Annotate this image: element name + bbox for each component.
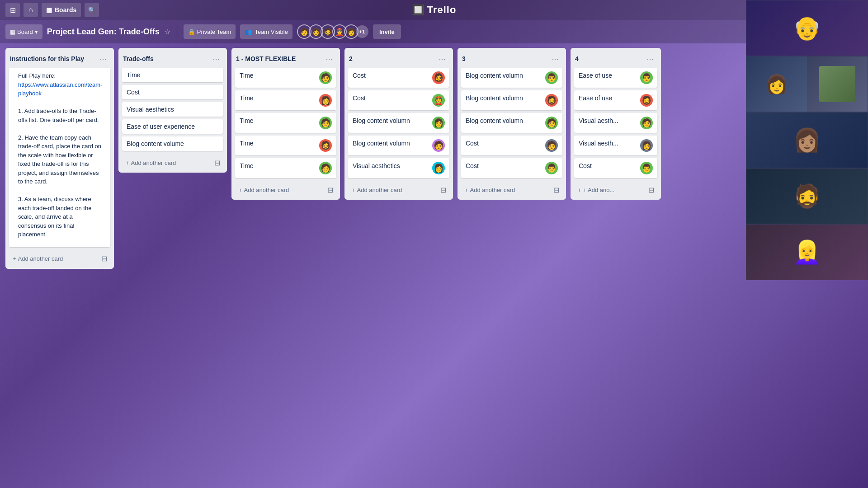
video-cell-5: 👱‍♀️ (746, 224, 868, 280)
card-col1-2[interactable]: Time 👩 (235, 90, 336, 110)
card-col3-4-avatar: 🧑 (545, 139, 558, 152)
trade-off-time[interactable]: Time ✏ (122, 68, 223, 82)
add-card-button-col1[interactable]: + Add another card (235, 184, 322, 196)
column-3-cards: Blog content volumn 👨 Blog content volum… (458, 68, 566, 181)
card-col3-2-text: Blog content volumn (466, 94, 542, 103)
private-team-button[interactable]: 🔒 Private Team (184, 24, 236, 39)
add-card-label-col4: + Add ano... (583, 187, 615, 193)
video-cell-4: 🧔 (746, 168, 868, 224)
boards-button[interactable]: ▦ Boards (42, 3, 81, 17)
card-col2-3-avatar: 👩 (432, 117, 445, 129)
plus-icon: + (13, 255, 16, 262)
column-tradeoffs-menu[interactable]: ··· (210, 52, 222, 65)
card-template-button-col4[interactable]: ⊟ (645, 183, 657, 196)
card-col3-2[interactable]: Blog content volumn 🧔 (461, 90, 562, 110)
card-col3-2-avatar: 🧔 (545, 94, 558, 107)
boards-label: Boards (55, 6, 76, 14)
card-col2-5[interactable]: Visual aesthetics 👩 (348, 158, 449, 178)
card-col2-2-avatar: 👲 (432, 94, 445, 107)
card-col4-1-text: Ease of use (579, 71, 637, 80)
trade-off-cost[interactable]: Cost (122, 85, 223, 99)
video-cell-3: 👩🏽 (746, 112, 868, 168)
card-col4-4[interactable]: Visual aesth... 👩 (574, 136, 657, 155)
column-3-menu[interactable]: ··· (549, 52, 561, 65)
column-most-flexible-footer: + Add another card ⊟ (231, 181, 340, 200)
participant-1-video: 👴 (746, 0, 868, 56)
card-template-button-col3[interactable]: ⊟ (550, 183, 562, 196)
card-col4-1[interactable]: Ease of use 👨 (574, 68, 657, 88)
add-card-label-col3: Add another card (470, 187, 515, 193)
card-col1-4-avatar: 🧔 (319, 139, 332, 152)
boards-icon: ▦ (46, 6, 52, 14)
card-col3-3[interactable]: Blog content volumn 🧑 (461, 113, 562, 133)
add-card-button-tradeoffs[interactable]: + Add another card (122, 157, 209, 169)
card-col3-4[interactable]: Cost 🧑 (461, 136, 562, 155)
trade-off-blog[interactable]: Blog content volume (122, 136, 223, 151)
card-template-button-tradeoffs[interactable]: ⊟ (211, 156, 223, 169)
private-team-label: Private Team (197, 28, 231, 35)
home-button[interactable]: ⌂ (24, 3, 38, 17)
column-tradeoffs-header: Trade-offs ··· (118, 48, 227, 68)
card-col1-4-text: Time (240, 139, 316, 148)
column-instructions-menu[interactable]: ··· (97, 52, 109, 65)
card-col1-4[interactable]: Time 🧔 (235, 136, 336, 155)
divider (177, 26, 177, 37)
card-col4-5[interactable]: Cost 👨 (574, 158, 657, 178)
column-instructions-cards: Full Play here: https://www.atlassian.co… (5, 68, 114, 250)
trade-off-time-text: Time (127, 71, 141, 79)
video-cell-1: 👴 (746, 0, 868, 56)
column-instructions-footer: + Add another card ⊟ (5, 250, 114, 269)
plus-count: +1 (356, 25, 368, 38)
card-col1-3-text: Time (240, 117, 316, 126)
card-template-button-col2[interactable]: ⊟ (437, 183, 449, 196)
column-4-header: 4 ··· (571, 48, 661, 68)
card-col3-4-text: Cost (466, 139, 542, 148)
card-col3-5[interactable]: Cost 👨 (461, 158, 562, 178)
card-col3-1[interactable]: Blog content volumn 👨 (461, 68, 562, 88)
column-2-menu[interactable]: ··· (436, 52, 448, 65)
card-col4-2-avatar: 🧔 (640, 94, 653, 107)
column-2-cards: Cost 🧔 Cost 👲 Blog content volumn 👩 Blog… (344, 68, 453, 181)
card-col2-1[interactable]: Cost 🧔 (348, 68, 449, 88)
column-4-menu[interactable]: ··· (644, 52, 656, 65)
chevron-down-icon: ▾ (35, 28, 38, 35)
star-button[interactable]: ☆ (164, 28, 170, 36)
grid-button[interactable]: ⊞ (5, 3, 20, 17)
card-col1-5[interactable]: Time 🧑 (235, 158, 336, 178)
trello-logo-icon: 🔲 (412, 4, 425, 16)
card-col1-1-text: Time (240, 71, 316, 80)
add-card-button-col2[interactable]: + Add another card (348, 184, 435, 196)
invite-button[interactable]: Invite (373, 24, 401, 39)
board-view-label: Board (17, 28, 33, 35)
search-button[interactable]: 🔍 (85, 3, 99, 17)
card-col1-3[interactable]: Time 🧑 (235, 113, 336, 133)
card-col2-2[interactable]: Cost 👲 (348, 90, 449, 110)
video-panel: 👴 👩 👩🏽 🧔 👱‍♀️ (746, 0, 868, 280)
card-col4-4-avatar: 👩 (640, 139, 653, 152)
card-template-button-instructions[interactable]: ⊟ (98, 253, 110, 265)
instructions-card[interactable]: Full Play here: https://www.atlassian.co… (9, 68, 110, 247)
card-col1-1[interactable]: Time 🧑 (235, 68, 336, 88)
add-card-button-col4[interactable]: + + Add ano... (574, 184, 643, 196)
column-3: 3 ··· Blog content volumn 👨 Blog content… (458, 48, 566, 200)
card-col1-2-text: Time (240, 94, 316, 103)
plus-icon-2: + (126, 160, 129, 166)
card-col4-2-text: Ease of use (579, 94, 637, 103)
card-col2-4[interactable]: Blog content volumn 🧑 (348, 136, 449, 155)
trade-off-visual[interactable]: Visual aesthetics (122, 102, 223, 117)
team-visible-button[interactable]: 👥 Team Visible (240, 24, 292, 39)
card-col4-3[interactable]: Visual aesth... 🧑 (574, 113, 657, 133)
column-4-cards: Ease of use 👨 Ease of use 🧔 Visual aesth… (571, 68, 661, 181)
add-card-button-instructions[interactable]: + Add another card (9, 253, 96, 265)
column-most-flexible-menu[interactable]: ··· (323, 52, 335, 65)
invite-label: Invite (379, 28, 395, 35)
trade-off-ease[interactable]: Ease of user experience (122, 119, 223, 134)
board-view-button[interactable]: ▦ Board ▾ (5, 24, 42, 39)
add-card-button-col3[interactable]: + Add another card (461, 184, 548, 196)
card-template-button-col1[interactable]: ⊟ (324, 183, 336, 196)
column-2: 2 ··· Cost 🧔 Cost 👲 Blog content volumn … (344, 48, 453, 200)
column-tradeoffs-cards: Time ✏ Cost Visual aesthetics Ease of us… (118, 68, 227, 154)
card-col2-3[interactable]: Blog content volumn 👩 (348, 113, 449, 133)
card-col4-2[interactable]: Ease of use 🧔 (574, 90, 657, 110)
column-2-title: 2 (349, 55, 353, 62)
